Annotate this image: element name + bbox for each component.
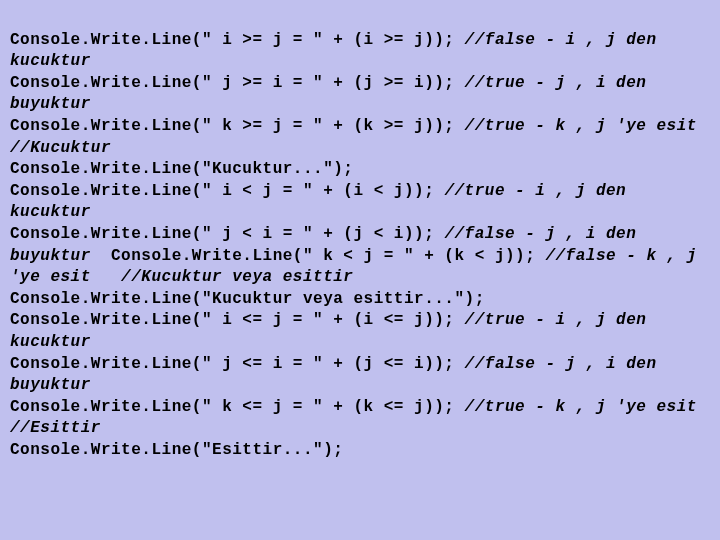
code-block: Console.Write.Line(" i >= j = " + (i >= … [10,8,710,461]
code-text-inline: Console.Write.Line(" k < j = " + (k < j)… [91,247,546,265]
code-text: Console.Write.Line(" k >= j = " + (k >= … [10,117,465,135]
code-text: Console.Write.Line(" j >= i = " + (j >= … [10,74,465,92]
code-text: Console.Write.Line("Kucuktur..."); [10,160,353,178]
code-text: Console.Write.Line("Kucuktur veya esitti… [10,290,485,308]
code-text: Console.Write.Line(" j < i = " + (j < i)… [10,225,444,243]
code-text: Console.Write.Line(" j <= i = " + (j <= … [10,355,465,373]
code-text: Console.Write.Line(" i < j = " + (i < j)… [10,182,444,200]
code-text: Console.Write.Line(" k <= j = " + (k <= … [10,398,465,416]
code-text: Console.Write.Line("Esittir..."); [10,441,343,459]
code-text: Console.Write.Line(" i <= j = " + (i <= … [10,311,465,329]
code-text: Console.Write.Line(" i >= j = " + (i >= … [10,31,465,49]
